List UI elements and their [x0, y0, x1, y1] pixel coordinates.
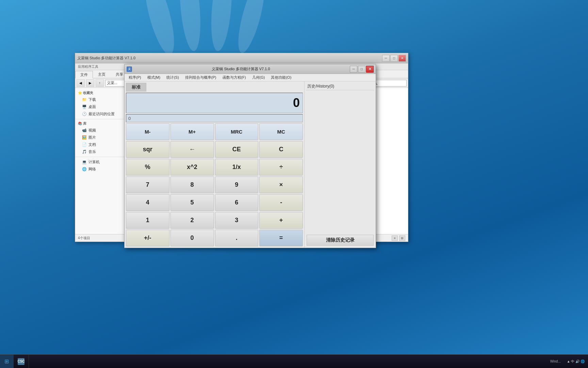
calc-btn-sign[interactable]: +/- — [126, 230, 169, 246]
history-content — [306, 92, 374, 233]
calc-btn-c[interactable]: C — [259, 141, 303, 158]
nav-up-button[interactable]: ↑ — [96, 79, 104, 87]
calc-menu-other[interactable]: 其他功能(O) — [268, 74, 294, 81]
calc-btn-ce[interactable]: CE — [215, 141, 259, 158]
taskbar-right: Wind... ▲ 中 🔊 🌐 — [547, 359, 588, 364]
ribbon-tab-home[interactable]: 主页 — [93, 71, 111, 78]
sidebar-item-documents[interactable]: 📄 文档 — [75, 141, 129, 148]
calc-btn-mc[interactable]: MC — [259, 123, 303, 140]
taskbar-csc-icon: CSC — [18, 358, 24, 365]
sidebar-libs-header: 📚 库 — [75, 121, 129, 127]
calc-menu-program[interactable]: 程序(P) — [126, 74, 144, 81]
calc-btn-sqr[interactable]: sqr — [126, 141, 169, 158]
explorer-titlebar: 义渠铜 Studio 多功能计算器 V7.1.0 ─ □ ✕ — [75, 53, 408, 63]
calc-body: 标准 0 0 M- M+ MRC MC sqr — [125, 81, 376, 248]
calc-btn-1[interactable]: 1 — [126, 212, 169, 229]
sidebar-item-downloads[interactable]: 📁 下载 — [75, 96, 129, 103]
explorer-sidebar: ⭐ 收藏夹 📁 下载 🖥️ 桌面 🕐 最近访问的位置 — [75, 88, 130, 234]
sidebar-item-computer[interactable]: 💻 计算机 — [75, 158, 129, 166]
calc-btn-5[interactable]: 5 — [170, 194, 214, 211]
taskbar-clock: ▲ 中 🔊 🌐 — [567, 359, 585, 364]
calc-btn-multiply[interactable]: × — [259, 177, 303, 193]
music-icon: 🎵 — [82, 150, 87, 154]
view-details-button[interactable]: ≡ — [392, 235, 398, 241]
calc-btn-0[interactable]: 0 — [170, 230, 214, 246]
video-icon: 📹 — [82, 128, 87, 133]
recent-icon: 🕐 — [82, 112, 87, 116]
folder-icon: 📁 — [82, 97, 87, 102]
calc-mode-tabs: 标准 — [126, 83, 303, 92]
calc-window-controls: ─ □ ✕ — [350, 66, 374, 73]
calc-menu-mode[interactable]: 模式(M) — [145, 74, 163, 81]
explorer-minimize-button[interactable]: ─ — [382, 55, 390, 62]
calc-sub-display: 0 — [126, 114, 303, 122]
calc-btn-xsquared[interactable]: x^2 — [170, 159, 214, 175]
calc-btn-add[interactable]: + — [259, 212, 303, 229]
calc-button-grid: M- M+ MRC MC sqr ← CE C % x^2 1/x ÷ 7 — [126, 123, 303, 246]
calc-btn-m-plus[interactable]: M+ — [170, 123, 214, 140]
calc-btn-4[interactable]: 4 — [126, 194, 169, 211]
calc-btn-2[interactable]: 2 — [170, 212, 214, 229]
calculator-window: 义 义渠铜 Studio 多功能计算器 V7.1.0 ─ □ ✕ 程序(P) 模… — [124, 64, 376, 248]
calc-sub-display-value: 0 — [128, 116, 131, 121]
ribbon-tab-file[interactable]: 文件 — [75, 71, 93, 78]
calc-display: 0 — [126, 93, 303, 113]
calc-btn-3[interactable]: 3 — [215, 212, 259, 229]
calc-main-panel: 标准 0 0 M- M+ MRC MC sqr — [125, 81, 304, 248]
taskbar-start-button[interactable]: ⊞ — [0, 355, 14, 368]
calc-btn-8[interactable]: 8 — [170, 177, 214, 193]
calc-btn-m-minus[interactable]: M- — [126, 123, 169, 140]
calc-btn-decimal[interactable]: . — [215, 230, 259, 246]
history-clear-button[interactable]: 清除历史记录 — [307, 235, 374, 246]
computer-icon: 💻 — [82, 160, 87, 164]
svg-point-1 — [177, 0, 203, 52]
pictures-icon: 🖼️ — [82, 135, 87, 140]
calc-btn-subtract[interactable]: - — [259, 194, 303, 211]
sidebar-item-network[interactable]: 🌐 网络 — [75, 166, 129, 173]
documents-icon: 📄 — [82, 142, 87, 147]
calc-minimize-button[interactable]: ─ — [350, 66, 357, 73]
sidebar-item-music[interactable]: 🎵 音乐 — [75, 148, 129, 155]
calc-btn-9[interactable]: 9 — [215, 177, 259, 193]
sidebar-separator-1 — [75, 119, 129, 119]
calc-btn-6[interactable]: 6 — [215, 194, 259, 211]
sidebar-item-pictures[interactable]: 🖼️ 图片 — [75, 134, 129, 141]
calc-btn-reciprocal[interactable]: 1/x — [215, 159, 259, 175]
calc-title-icon: 义 — [127, 66, 132, 72]
calc-titlebar: 义 义渠铜 Studio 多功能计算器 V7.1.0 ─ □ ✕ — [125, 64, 376, 74]
taskbar-items: CSC — [14, 355, 547, 368]
mode-tab-standard[interactable]: 标准 — [126, 83, 146, 92]
calc-menu-stats[interactable]: 统计(S) — [164, 74, 182, 81]
calc-menu-permutation[interactable]: 排列组合与概率(P) — [182, 74, 219, 81]
calc-menu-function[interactable]: 函数与方程(F) — [220, 74, 249, 81]
explorer-close-button[interactable]: ✕ — [398, 55, 406, 62]
view-large-icons-button[interactable]: ⊞ — [399, 235, 405, 241]
calc-display-value: 0 — [293, 96, 300, 110]
sidebar-libs-section: 📚 库 📹 视频 🖼️ 图片 📄 文档 🎵 — [75, 121, 129, 155]
calc-close-button[interactable]: ✕ — [366, 66, 374, 73]
calc-btn-equals[interactable]: = — [259, 230, 303, 246]
calc-menu-geometry[interactable]: 几何(G) — [249, 74, 268, 81]
sidebar-item-desktop[interactable]: 🖥️ 桌面 — [75, 103, 129, 110]
address-bar-text: 义渠... — [107, 80, 117, 86]
calc-btn-mrc[interactable]: MRC — [215, 123, 259, 140]
calc-btn-divide[interactable]: ÷ — [259, 159, 303, 175]
explorer-title: 义渠铜 Studio 多功能计算器 V7.1.0 — [77, 56, 135, 61]
nav-back-button[interactable]: ◀ — [77, 79, 85, 87]
win-text: Wind... — [550, 359, 561, 363]
explorer-window-controls: ─ □ ✕ — [382, 55, 406, 62]
desktop-icon: 🖥️ — [82, 105, 87, 109]
svg-point-2 — [208, 0, 235, 52]
calc-btn-7[interactable]: 7 — [126, 177, 169, 193]
calc-maximize-button[interactable]: □ — [358, 66, 365, 73]
sidebar-item-recent[interactable]: 🕐 最近访问的位置 — [75, 110, 129, 118]
sidebar-item-video[interactable]: 📹 视频 — [75, 127, 129, 134]
explorer-maximize-button[interactable]: □ — [390, 55, 398, 62]
status-items-count: 4个项目 — [78, 236, 90, 241]
taskbar-item-csc[interactable]: CSC — [14, 355, 29, 368]
nav-forward-button[interactable]: ▶ — [86, 79, 94, 87]
calc-history-panel: 历史/History(0) 清除历史记录 — [304, 81, 376, 248]
start-icon: ⊞ — [4, 358, 9, 365]
calc-btn-percent[interactable]: % — [126, 159, 169, 175]
calc-btn-backspace[interactable]: ← — [170, 141, 214, 158]
